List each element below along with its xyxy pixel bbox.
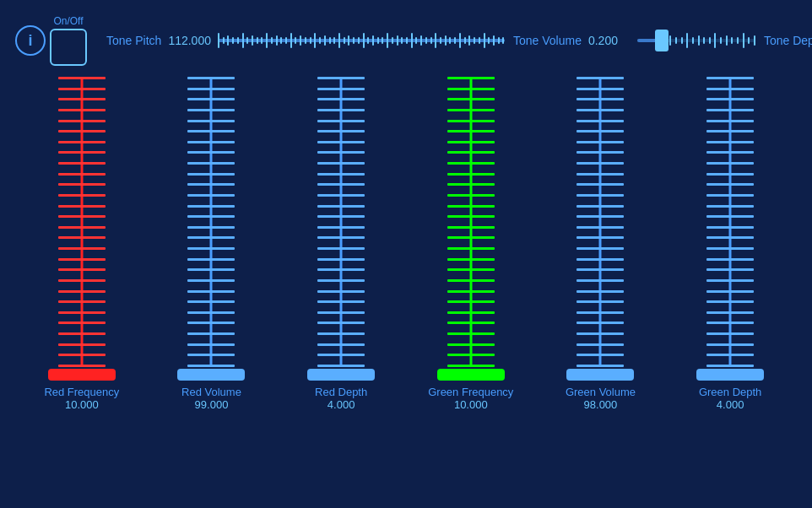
gv-ticks — [577, 77, 624, 367]
rf-ticks — [58, 77, 106, 367]
tone-pitch-value: 112.000 — [168, 34, 211, 47]
pitch-ticks — [218, 29, 505, 52]
green-depth-label: Green Depth — [699, 386, 761, 398]
red-volume-value: 99.000 — [195, 398, 229, 411]
green-depth-control: Green Depth 4.000 — [671, 77, 789, 411]
tone-volume-group: Tone Volume 0.200 — [513, 29, 755, 52]
on-off-label: On/Off — [53, 15, 83, 27]
tone-volume-value: 0.200 — [588, 34, 631, 47]
green-volume-control: Green Volume 98.000 — [541, 77, 659, 411]
red-frequency-value: 10.000 — [65, 398, 99, 411]
red-depth-slider[interactable] — [311, 77, 371, 381]
tone-volume-slider[interactable] — [637, 29, 755, 52]
tone-depth-group: Tone Depth 4.000 — [764, 29, 812, 52]
green-volume-value: 98.000 — [584, 398, 618, 411]
green-frequency-value: 10.000 — [454, 398, 488, 411]
gv-base — [566, 369, 634, 381]
top-bar: i On/Off Tone Pitch 112.000 Tone Volume … — [8, 8, 804, 73]
rv-ticks — [187, 77, 235, 367]
rd-ticks — [317, 77, 365, 367]
green-frequency-label: Green Frequency — [428, 386, 513, 398]
tone-pitch-label: Tone Pitch — [106, 34, 161, 47]
main-container: i On/Off Tone Pitch 112.000 Tone Volume … — [0, 0, 812, 508]
green-depth-value: 4.000 — [717, 398, 744, 411]
vol-ticks — [658, 29, 755, 52]
tone-pitch-slider[interactable] — [218, 29, 505, 52]
green-frequency-slider[interactable] — [441, 77, 501, 381]
green-volume-slider[interactable] — [571, 77, 630, 381]
red-frequency-slider[interactable] — [52, 77, 111, 381]
red-volume-slider[interactable] — [181, 77, 241, 381]
green-depth-slider[interactable] — [701, 77, 760, 381]
gf-base — [437, 369, 505, 381]
rd-base — [307, 369, 375, 381]
info-icon[interactable]: i — [15, 25, 46, 56]
on-off-section: On/Off — [50, 15, 87, 66]
rv-base — [177, 369, 245, 381]
gf-ticks — [447, 77, 495, 367]
red-volume-control: Red Volume 99.000 — [152, 77, 270, 411]
red-frequency-label: Red Frequency — [44, 386, 119, 398]
volume-thumb — [655, 30, 669, 51]
rf-base — [48, 369, 116, 381]
green-volume-label: Green Volume — [566, 386, 636, 398]
vertical-controls-area: Red Frequency 10.000 Red Volume 99.000 R… — [8, 77, 804, 411]
tone-volume-label: Tone Volume — [513, 34, 582, 47]
red-depth-control: Red Depth 4.000 — [282, 77, 400, 411]
red-frequency-control: Red Frequency 10.000 — [23, 77, 141, 411]
red-volume-label: Red Volume — [181, 386, 241, 398]
gd-base — [696, 369, 764, 381]
on-off-toggle[interactable] — [50, 29, 87, 66]
tone-depth-label: Tone Depth — [764, 34, 812, 47]
red-depth-value: 4.000 — [328, 398, 355, 411]
tone-pitch-group: Tone Pitch 112.000 — [106, 29, 505, 52]
green-frequency-control: Green Frequency 10.000 — [412, 77, 530, 411]
gd-ticks — [706, 77, 754, 367]
red-depth-label: Red Depth — [315, 386, 367, 398]
